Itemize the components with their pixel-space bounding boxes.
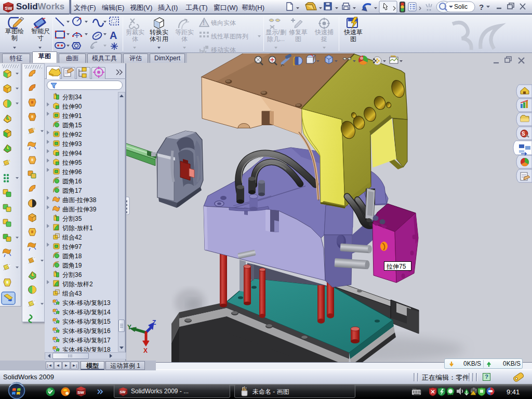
svg-text:SW: SW [5,6,12,11]
svg-text:Z: Z [152,319,156,326]
svg-text:Y: Y [127,324,131,331]
svg-text:Solic: Solic [454,3,468,10]
svg-text:?: ? [479,3,484,11]
svg-text:keys: keys [413,388,416,390]
svg-text:!: ! [203,19,205,26]
svg-text:A: A [110,30,117,41]
svg-text:拉伸75: 拉伸75 [386,263,406,270]
svg-text:SW: SW [119,390,126,394]
svg-text:X: X [143,347,148,354]
svg-text:S: S [522,131,525,137]
svg-text:SW: SW [77,390,84,395]
